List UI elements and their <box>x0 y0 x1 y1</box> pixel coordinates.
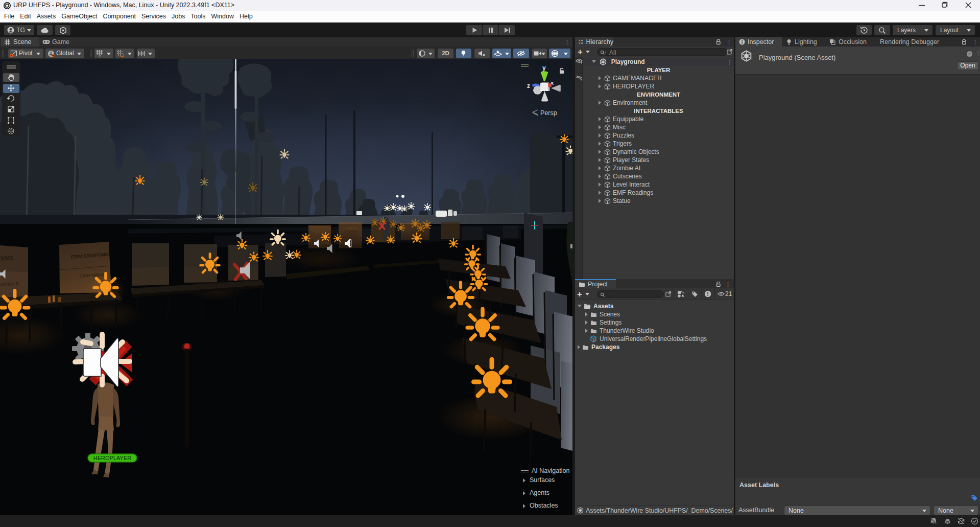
svg-text:TEMS: TEMS <box>0 255 14 262</box>
svg-text:Persp: Persp <box>540 109 557 117</box>
svg-text:?: ? <box>968 52 971 56</box>
svg-text:Y: Y <box>99 54 101 58</box>
svg-text:HEROPLAYER: HEROPLAYER <box>93 455 131 461</box>
svg-text:z: z <box>527 82 530 89</box>
svg-text:TIMED INTERACT: TIMED INTERACT <box>313 230 345 234</box>
svg-text:PAPERS: PAPERS <box>343 227 357 231</box>
svg-text:y: y <box>542 64 546 72</box>
